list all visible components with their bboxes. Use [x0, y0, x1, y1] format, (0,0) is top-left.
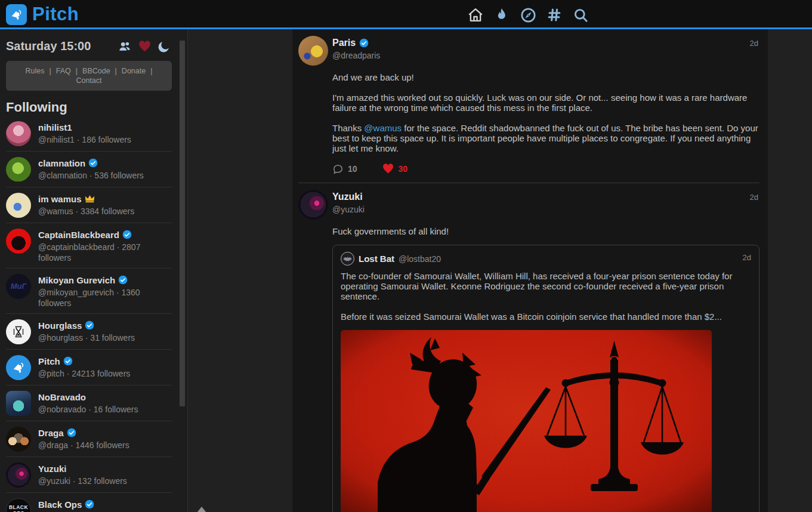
following-list: nihilist1@nihilist1 · 186 followersclamn…: [6, 116, 172, 512]
following-user-row[interactable]: МиГMikoyan Gurevich@mikoyan_gurevich · 1…: [6, 269, 172, 314]
app-title[interactable]: Pitch: [32, 4, 79, 25]
link-separator: |: [115, 66, 117, 76]
search-icon[interactable]: [572, 7, 589, 23]
user-avatar[interactable]: BLACK OPS: [6, 498, 31, 512]
verified-badge-icon: [122, 230, 132, 239]
compass-icon[interactable]: [520, 7, 536, 23]
app-logo[interactable]: Pitch: [6, 4, 79, 25]
following-user-row[interactable]: clamnation@clamnation · 536 followers: [6, 152, 172, 187]
post-timestamp: 2d: [750, 39, 758, 48]
user-avatar[interactable]: [6, 391, 31, 416]
user-avatar[interactable]: [6, 355, 31, 380]
link-donate[interactable]: Donate: [122, 66, 146, 76]
user-handle: @nihilist1 · 186 followers: [38, 134, 131, 145]
hashtag-icon[interactable]: [546, 7, 563, 23]
user-name[interactable]: NoBravado: [38, 391, 86, 403]
link-separator: |: [50, 66, 51, 76]
quoted-text: The co-founder of Samourai Wallet, Willi…: [341, 271, 751, 322]
following-user-row[interactable]: NoBravado@nobravado · 16 followers: [6, 385, 172, 421]
sidebar: Saturday 15:00 Rules | F: [0, 29, 188, 512]
sidebar-scrollbar-thumb[interactable]: [180, 41, 185, 406]
reply-icon: [332, 164, 344, 175]
sidebar-links-box: Rules | FAQ | BBCode | Donate | Contact: [6, 61, 172, 91]
post-paris[interactable]: 2d Paris @dreadparis And we are back up!…: [292, 29, 768, 183]
megaphone-icon: [6, 4, 27, 25]
following-user-row[interactable]: CaptainBlackbeard@captainblackbeard · 28…: [6, 223, 172, 269]
link-bbcode[interactable]: BBCode: [82, 66, 110, 76]
user-name[interactable]: Black Ops: [38, 499, 82, 510]
user-handle: @mikoyan_gurevich · 1360 followers: [38, 287, 172, 309]
user-name[interactable]: Yuzuki: [38, 463, 67, 474]
following-user-row[interactable]: Pitch@pitch · 24213 followers: [6, 350, 172, 385]
heart-icon[interactable]: [138, 40, 152, 53]
verified-badge-icon: [88, 158, 98, 168]
user-avatar[interactable]: [6, 229, 31, 254]
verified-badge-icon: [85, 320, 94, 330]
scroll-to-top-arrow-icon[interactable]: [197, 507, 206, 512]
crown-icon: [85, 195, 95, 203]
verified-badge-icon: [85, 499, 94, 509]
user-avatar[interactable]: МиГ: [6, 274, 31, 299]
following-user-row[interactable]: Hourglass@hourglass · 31 followers: [6, 314, 172, 350]
post-author[interactable]: Yuzuki: [332, 192, 363, 202]
user-avatar[interactable]: [6, 193, 31, 218]
user-handle: @clamnation · 536 followers: [38, 170, 144, 181]
user-avatar[interactable]: [6, 157, 31, 182]
user-name[interactable]: Pitch: [38, 356, 60, 367]
quoted-post-timestamp: 2d: [743, 253, 751, 262]
avatar-text: МиГ: [11, 282, 27, 291]
mention-wamus[interactable]: @wamus: [364, 123, 402, 133]
like-button[interactable]: 30: [382, 163, 408, 175]
avatar[interactable]: [298, 36, 328, 66]
like-count: 30: [399, 164, 408, 174]
following-user-row[interactable]: Yuzuki@yuzuki · 132 followers: [6, 457, 172, 493]
home-icon[interactable]: [467, 7, 484, 23]
user-name[interactable]: clamnation: [38, 158, 85, 169]
following-user-row[interactable]: im wamus@wamus · 3384 followers: [6, 187, 172, 223]
quoted-handle[interactable]: @lostbat20: [399, 254, 441, 264]
following-user-row[interactable]: nihilist1@nihilist1 · 186 followers: [6, 116, 172, 152]
link-separator: |: [150, 66, 152, 76]
link-contact[interactable]: Contact: [76, 76, 101, 85]
user-name[interactable]: im wamus: [38, 193, 82, 205]
user-name[interactable]: CaptainBlackbeard: [38, 229, 119, 240]
link-faq[interactable]: FAQ: [56, 66, 71, 76]
user-name[interactable]: Mikoyan Gurevich: [38, 274, 115, 286]
user-handle: @draga · 1446 followers: [38, 440, 129, 451]
post-yuzuki[interactable]: 2d Yuzuki @yuzuki Fuck governments of al…: [292, 183, 768, 512]
user-handle: @yuzuki · 132 followers: [38, 476, 127, 486]
following-user-row[interactable]: BLACK OPSBlack Ops@blackops · 70 followe…: [6, 493, 172, 512]
user-handle: @captainblackbeard · 2807 followers: [38, 242, 172, 263]
users-icon[interactable]: [118, 40, 132, 53]
user-avatar[interactable]: [6, 319, 31, 344]
user-avatar[interactable]: [6, 462, 31, 488]
flame-icon[interactable]: [493, 7, 510, 23]
moon-icon[interactable]: [158, 40, 171, 53]
following-user-row[interactable]: Draga@draga · 1446 followers: [6, 421, 172, 457]
avatar[interactable]: [298, 190, 328, 220]
hourglass-icon: [11, 324, 26, 340]
post-handle[interactable]: @dreadparis: [332, 51, 380, 60]
reply-count: 10: [348, 164, 357, 174]
top-navigation: [467, 7, 589, 23]
post-text: Fuck governments of all kind!: [332, 226, 758, 236]
megaphone-icon: [11, 360, 26, 375]
post-handle[interactable]: @yuzuki: [332, 205, 365, 214]
verified-badge-icon: [359, 38, 369, 48]
user-name[interactable]: Draga: [38, 427, 64, 439]
user-avatar[interactable]: [6, 121, 31, 146]
user-avatar[interactable]: [6, 427, 31, 452]
post-text: And we are back up! I'm amazed this work…: [332, 72, 758, 153]
bat-avatar[interactable]: [341, 252, 354, 266]
user-name[interactable]: Hourglass: [38, 320, 82, 331]
timeline-feed: 2d Paris @dreadparis And we are back up!…: [292, 29, 768, 512]
quoted-author[interactable]: Lost Bat: [359, 254, 394, 264]
quoted-post[interactable]: 2d Lost Bat @lostbat20 The co-founder of…: [332, 245, 759, 512]
reply-button[interactable]: 10: [332, 164, 357, 175]
verified-badge-icon: [67, 428, 76, 437]
quoted-image[interactable]: [341, 330, 712, 512]
user-name[interactable]: nihilist1: [38, 122, 72, 133]
avatar-text: BLACK OPS: [9, 505, 28, 512]
link-rules[interactable]: Rules: [26, 66, 45, 76]
post-author[interactable]: Paris: [332, 38, 356, 48]
